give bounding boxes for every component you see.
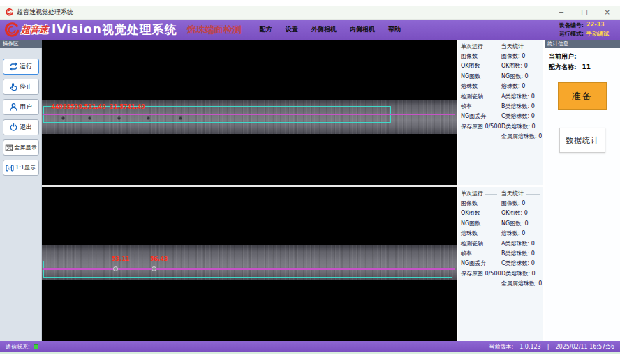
stat-item: OK图数: 0: [500, 61, 542, 71]
comm-status-indicator: [34, 344, 38, 349]
window-title: 超音速视觉处理系统: [17, 8, 73, 17]
point-label: 56.43: [150, 256, 168, 262]
bead-marker: [147, 116, 150, 120]
stats-panel-inner: 单次运行 图像数OK图数NG图数熔珠数检测瓷轴帧率NG图丢弃保存原图 0/500…: [458, 187, 543, 341]
single-run-title: 单次运行: [461, 190, 483, 197]
fullscreen-icon: [5, 144, 13, 152]
stats-panel-outer: 单次运行 图像数OK图数NG图数熔珠数检测瓷轴帧率NG图丢弃保存原图 0/500…: [458, 40, 543, 185]
prepare-button[interactable]: 准备: [558, 82, 607, 110]
stat-item: B类熔珠数: 0: [500, 102, 542, 112]
user-button[interactable]: 用户: [3, 99, 39, 115]
exit-button[interactable]: 退出: [3, 119, 39, 135]
stat-item: NG图数: [459, 72, 499, 82]
inner-camera-viewport[interactable]: 53.11 56.43: [42, 187, 457, 341]
version-value: 1.0.123: [519, 344, 541, 350]
measure-point-marker: [152, 266, 156, 271]
stat-item: B类熔珠数: 0: [500, 249, 542, 259]
stat-item: 图像数: [459, 52, 499, 61]
app-header: 超音速 IVision视觉处理系统 熔珠端面检测 配方 设置 外侧相机 内侧相机…: [0, 20, 620, 40]
daily-stats-list: 图像数: 0OK图数: 0NG图数: 0熔珠数: 0A类熔珠数: 0B类熔珠数:…: [500, 52, 542, 142]
run-mode-label: 运行模式:: [559, 30, 584, 38]
version-label: 当前版本:: [489, 343, 513, 351]
single-run-group: 单次运行 图像数OK图数NG图数熔珠数检测瓷轴帧率NG图丢弃保存原图 0/500: [459, 42, 499, 183]
run-button[interactable]: 运行: [3, 59, 39, 75]
stat-item: NG图数: [459, 219, 499, 229]
stat-item: 熔珠数: [459, 229, 499, 238]
outer-camera-viewport[interactable]: 44988539.531.49 31.5741.49: [42, 40, 457, 185]
daily-stats-title: 当天统计: [501, 43, 524, 50]
measurement-annotation: 44988539.531.49 31.5741.49: [51, 104, 145, 110]
stop-button[interactable]: 停止: [3, 79, 39, 95]
stats-column: 单次运行 图像数OK图数NG图数熔珠数检测瓷轴帧率NG图丢弃保存原图 0/500…: [457, 40, 543, 341]
info-panel: 统计信息 当前用户: 配方名称:11 准备 数据统计: [543, 40, 620, 341]
device-number-value: 22-33: [586, 22, 609, 29]
daily-stats-title: 当天统计: [501, 190, 524, 197]
info-panel-body: 当前用户: 配方名称:11 准备 数据统计: [545, 48, 620, 341]
stat-item: 熔珠数: 0: [500, 82, 542, 91]
device-info: 设备编号: 22-33 运行模式: 手动调试: [559, 22, 616, 38]
measure-line-overlay: [43, 268, 455, 270]
sidebar-body: 运行 停止 用户: [0, 48, 42, 341]
window-bottom-edge: [0, 352, 620, 354]
bead-marker: [179, 116, 182, 120]
device-number-label: 设备编号:: [559, 22, 584, 29]
stat-item: NG图数: 0: [500, 72, 542, 82]
stat-item: 熔珠数: [459, 82, 499, 91]
stat-item: NG图丢弃: [459, 112, 499, 121]
app-icon: [6, 8, 13, 16]
stat-item: 保存原图 0/500: [459, 122, 499, 132]
menu-bar: 配方 设置 外侧相机 内侧相机 帮助: [260, 25, 401, 34]
measure-point-marker: [113, 266, 118, 271]
stat-item: 检测瓷轴: [459, 239, 499, 249]
bead-marker: [88, 116, 91, 120]
stat-item: C类熔珠数: 0: [500, 112, 542, 121]
main-area: 操作区 运行 停止: [0, 40, 620, 341]
single-run-list: 图像数OK图数NG图数熔珠数检测瓷轴帧率NG图丢弃保存原图 0/500: [459, 199, 499, 279]
bead-marker: [117, 116, 121, 120]
fullscreen-button-label: 全屏显示: [15, 144, 37, 151]
single-run-list: 图像数OK图数NG图数熔珠数检测瓷轴帧率NG图丢弃保存原图 0/500: [459, 52, 499, 132]
one-to-one-button-label: 1:1显示: [15, 164, 36, 172]
comm-status-label: 通信状态:: [6, 343, 30, 351]
daily-stats-group: 当天统计 图像数: 0OK图数: 0NG图数: 0熔珠数: 0A类熔珠数: 0B…: [500, 189, 542, 339]
user-icon: [9, 103, 18, 112]
stat-item: 金属屑熔珠数: 0: [500, 132, 542, 142]
maximize-button[interactable]: □: [581, 9, 587, 16]
stat-item: 检测瓷轴: [459, 92, 499, 102]
menu-item-inner-camera[interactable]: 内侧相机: [350, 25, 375, 34]
stat-item: OK图数: [459, 61, 499, 71]
stat-item: 图像数: 0: [500, 52, 542, 61]
sidebar-title: 操作区: [0, 40, 42, 48]
data-stats-button[interactable]: 数据统计: [559, 128, 605, 153]
recipe-name-value: 11: [582, 63, 591, 70]
single-run-title: 单次运行: [461, 43, 483, 50]
run-mode-value: 手动调试: [586, 30, 609, 38]
viewport-column: 44988539.531.49 31.5741.49 53.11 56.43: [42, 40, 457, 341]
sidebar: 操作区 运行 停止: [0, 40, 42, 341]
stat-item: 帧率: [459, 102, 499, 112]
menu-item-outer-camera[interactable]: 外侧相机: [311, 25, 337, 34]
fullscreen-button[interactable]: 全屏显示: [3, 139, 39, 156]
brand-name: 超音速: [21, 24, 48, 36]
brand: 超音速: [4, 22, 48, 38]
menu-item-help[interactable]: 帮助: [388, 25, 401, 34]
titlebar[interactable]: 超音速视觉处理系统 − □ ×: [0, 6, 620, 20]
user-button-label: 用户: [20, 103, 32, 112]
app-window: 超音速视觉处理系统 − □ × 超音速 IVision视觉处理系统 熔珠端面检测…: [0, 6, 620, 354]
minimize-button[interactable]: −: [559, 9, 564, 16]
stop-button-label: 停止: [20, 82, 32, 91]
recipe-name-label: 配方名称:: [549, 63, 577, 70]
close-button[interactable]: ×: [605, 9, 610, 16]
one-to-one-button[interactable]: 1:1显示: [3, 160, 39, 176]
stat-item: NG图丢弃: [459, 259, 499, 268]
power-icon: [9, 123, 18, 132]
stat-item: 图像数: 0: [500, 199, 542, 208]
menu-item-settings[interactable]: 设置: [286, 25, 298, 34]
stat-item: D类熔珠数: 0: [500, 269, 542, 279]
stop-hand-icon: [9, 82, 18, 91]
menu-item-recipe[interactable]: 配方: [260, 25, 272, 34]
stat-item: A类熔珠数: 0: [500, 239, 542, 249]
daily-stats-list: 图像数: 0OK图数: 0NG图数: 0熔珠数: 0A类熔珠数: 0B类熔珠数:…: [500, 199, 542, 289]
exit-button-label: 退出: [20, 123, 32, 132]
stat-item: A类熔珠数: 0: [500, 92, 542, 102]
